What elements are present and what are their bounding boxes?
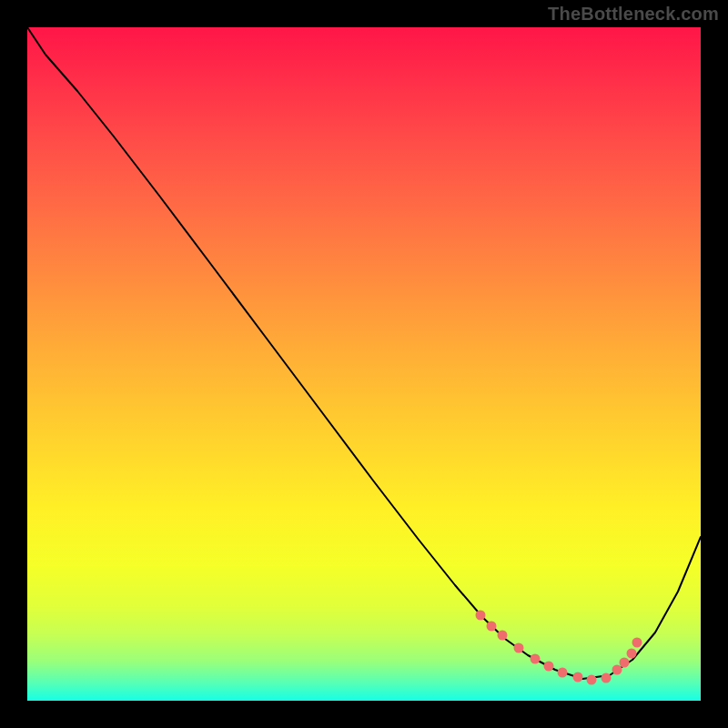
optimal-point [487,622,497,632]
optimal-point [476,611,486,621]
optimal-point [587,675,597,685]
optimal-point [558,668,568,678]
curve-svg [27,27,701,701]
optimal-point [544,662,554,672]
optimal-point [627,649,637,659]
optimal-point [498,631,508,641]
optimal-point [514,643,524,653]
bottleneck-curve [27,27,701,679]
watermark-text: TheBottleneck.com [548,4,719,25]
optimal-point [531,654,541,664]
plot-area [27,27,701,701]
optimal-point [620,658,630,668]
optimal-zone-dots [476,611,642,685]
chart-frame: TheBottleneck.com [0,0,728,728]
optimal-point [632,638,642,648]
optimal-point [573,672,583,682]
optimal-point [612,665,622,675]
optimal-point [602,673,612,683]
